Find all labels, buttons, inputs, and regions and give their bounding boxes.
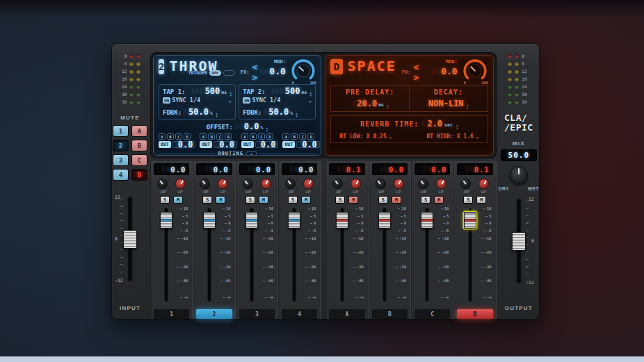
solo-button-C[interactable]: S — [421, 196, 430, 204]
mute-button-1[interactable]: M — [173, 196, 183, 204]
lp-knob[interactable] — [218, 179, 228, 189]
channel-level-display[interactable]: 880.1 — [329, 163, 364, 175]
channel-tab-1[interactable]: 1 — [154, 309, 189, 319]
routing-toggle-A[interactable]: A — [241, 133, 248, 140]
pre-delay-field[interactable]: 8 20.0 ms ▴▾ — [335, 99, 405, 109]
channel-tab-D[interactable]: D — [457, 309, 492, 319]
input-fader[interactable]: 120-12 — [114, 195, 146, 283]
solo-button-2[interactable]: S — [202, 196, 212, 204]
channel-tab-C[interactable]: C — [414, 309, 450, 319]
solo-button-4[interactable]: S — [288, 196, 298, 204]
tap2-time-field[interactable]: TAP 2: 888 500 ms ▴▾ — [243, 86, 312, 97]
stepper-icon[interactable]: ▴▾ — [216, 112, 218, 117]
channel-fader-C[interactable]: 1050-5-10-20-30-40-∞ — [414, 206, 450, 308]
channel-tab-A[interactable]: A — [329, 309, 364, 319]
routing-out-level[interactable]: 80.0 — [296, 141, 320, 148]
channel-tab-2[interactable]: 2 — [196, 309, 232, 319]
hp-knob[interactable] — [243, 179, 253, 189]
hp-knob[interactable] — [418, 179, 428, 189]
output-fader[interactable]: 120-12 — [503, 197, 535, 286]
lp-knob[interactable] — [175, 179, 186, 189]
solo-button-B[interactable]: S — [378, 196, 388, 204]
routing-collapse-button[interactable]: ▴ — [246, 151, 257, 156]
solo-button-1[interactable]: S — [160, 196, 170, 204]
hp-knob[interactable] — [376, 179, 386, 189]
fader-cap[interactable] — [336, 212, 348, 229]
channel-level-display[interactable]: 880.0 — [282, 163, 317, 175]
routing-toggle-D[interactable]: D — [184, 133, 191, 140]
dry-wet-knob[interactable] — [510, 166, 528, 184]
trigger-off-toggle[interactable]: OFF — [209, 70, 221, 76]
fader-cap[interactable] — [464, 212, 476, 229]
fader-cap[interactable] — [421, 212, 433, 229]
lp-knob[interactable] — [436, 179, 446, 189]
tap1-fdbk-field[interactable]: FDBK: 8 50.0 % ▴▾ — [163, 107, 232, 117]
mute-button-2[interactable]: 2 — [113, 140, 129, 151]
channel-level-display[interactable]: 880.0 — [372, 163, 408, 175]
lp-knob[interactable] — [303, 179, 314, 189]
lp-knob[interactable] — [478, 179, 489, 189]
mute-button-D[interactable]: M — [476, 196, 486, 204]
routing-toggle-C[interactable]: C — [175, 133, 182, 140]
mute-button-2[interactable]: M — [216, 196, 225, 204]
mute-button-C[interactable]: M — [434, 196, 444, 204]
channel-level-display[interactable]: 880.0 — [414, 163, 450, 175]
hp-knob[interactable] — [332, 179, 343, 189]
mute-button-3[interactable]: M — [259, 196, 268, 204]
channel-fader-A[interactable]: 1050-5-10-20-30-40-∞ — [329, 206, 364, 308]
routing-toggle-D[interactable]: D — [307, 133, 314, 140]
routing-toggle-C[interactable]: C — [258, 133, 265, 140]
stepper-icon[interactable]: ▴▾ — [387, 104, 389, 109]
channel-tab-B[interactable]: B — [372, 309, 408, 319]
channel-level-display[interactable]: 880.0 — [239, 163, 275, 175]
routing-toggle-A[interactable]: A — [200, 133, 207, 140]
routing-out-button[interactable]: OUT — [200, 141, 212, 148]
tap2-on-button[interactable]: ON — [243, 97, 250, 104]
throw-slot-badge[interactable]: 2 — [159, 59, 164, 74]
mod-value-field[interactable]: 88 0.0 — [431, 66, 458, 76]
routing-toggle-B[interactable]: B — [167, 133, 174, 140]
routing-toggle-C[interactable]: C — [216, 133, 223, 140]
fader-cap[interactable] — [378, 212, 391, 229]
tap2-fdbk-field[interactable]: FDBK: 8 50.0 % ▴▾ — [243, 107, 312, 117]
decay-field[interactable]: NON-LIN ▴▾ — [414, 99, 483, 109]
mod-value-field[interactable]: 88 0.0 — [259, 66, 286, 76]
lp-knob[interactable] — [394, 179, 404, 189]
fx-prev-next-arrows[interactable]: < > — [413, 62, 431, 83]
routing-toggle-A[interactable]: A — [282, 133, 289, 140]
mute-button-D[interactable]: D — [131, 169, 147, 181]
routing-toggle-B[interactable]: B — [250, 133, 257, 140]
stepper-icon[interactable]: ▴▾ — [266, 126, 268, 132]
fader-cap[interactable] — [512, 232, 526, 251]
fader-cap[interactable] — [245, 212, 258, 229]
mute-button-C[interactable]: C — [131, 154, 147, 166]
channel-fader-1[interactable]: 1050-5-10-20-30-40-∞ — [154, 206, 189, 308]
tap2-sync-value[interactable]: SYNC 1/4 — [252, 97, 280, 104]
channel-tab-3[interactable]: 3 — [239, 309, 275, 319]
mute-button-B[interactable]: M — [392, 196, 401, 204]
tap1-time-field[interactable]: TAP 1: 888 500 ms ▴▾ — [163, 86, 232, 97]
routing-out-level[interactable]: 80.0 — [214, 141, 237, 148]
channel-tab-4[interactable]: 4 — [282, 309, 317, 319]
fader-cap[interactable] — [123, 230, 137, 249]
channel-fader-2[interactable]: 1050-5-10-20-30-40-∞ — [196, 206, 232, 308]
hp-knob[interactable] — [157, 179, 168, 189]
routing-out-button[interactable]: OUT — [241, 141, 254, 148]
chevron-down-icon[interactable]: ⌄ — [228, 97, 232, 104]
stepper-icon[interactable]: ▴▾ — [296, 112, 298, 117]
stepper-icon[interactable]: ▴▾ — [230, 91, 232, 97]
rt-low-dropdown[interactable]: RT LOW: X 0.25 ⌄ — [339, 133, 392, 140]
routing-out-button[interactable]: OUT — [282, 141, 295, 148]
stepper-icon[interactable]: ▴▾ — [467, 104, 469, 109]
lp-knob[interactable] — [351, 179, 361, 189]
hp-knob[interactable] — [285, 179, 296, 189]
routing-toggle-B[interactable]: B — [208, 133, 215, 140]
routing-out-level[interactable]: 80.0 — [255, 141, 279, 148]
stepper-icon[interactable]: ▴▾ — [456, 124, 458, 129]
solo-button-A[interactable]: S — [335, 196, 345, 204]
offset-field[interactable]: OFFSET: 88 0.0 % ▴▾ — [159, 122, 316, 131]
routing-out-level[interactable]: 80.0 — [172, 141, 196, 148]
rt-high-dropdown[interactable]: RT HIGH: X 1.6 ⌄ — [426, 133, 478, 140]
channel-level-display[interactable]: 880.1 — [457, 163, 492, 175]
tap1-on-button[interactable]: ON — [163, 97, 170, 104]
